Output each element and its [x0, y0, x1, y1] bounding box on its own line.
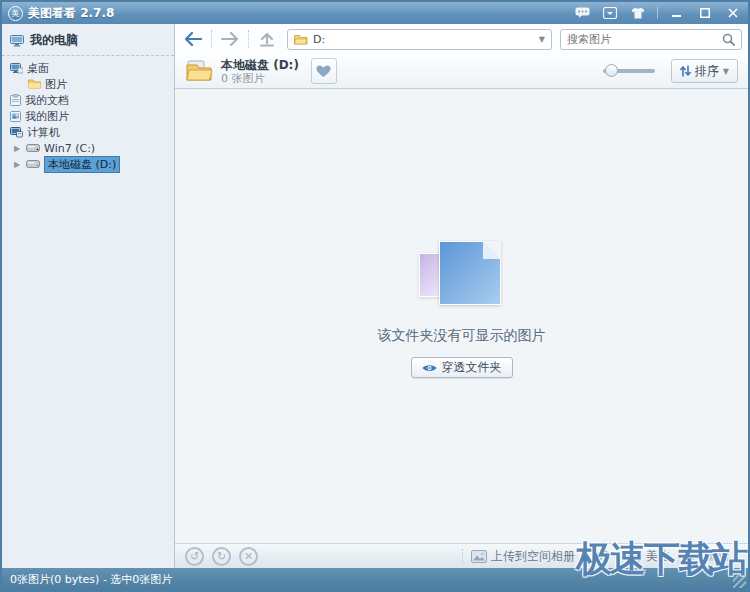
address-path: D: [313, 33, 534, 46]
empty-message: 该文件夹没有可显示的图片 [378, 327, 546, 345]
search-icon[interactable] [722, 33, 735, 46]
folder-icon [28, 79, 41, 89]
menu-dropdown-icon[interactable] [601, 6, 619, 20]
forward-button[interactable] [218, 28, 242, 50]
up-button[interactable] [255, 28, 279, 50]
tree-item-my-documents[interactable]: 我的文档 [2, 92, 174, 108]
sidebar-header: 我的电脑 [2, 24, 174, 56]
skin-icon[interactable] [629, 6, 647, 20]
navigation-toolbar: D: ▼ [175, 24, 748, 54]
search-box[interactable] [560, 29, 742, 50]
drive-icon [26, 144, 40, 152]
beautify-button[interactable]: 美化 [618, 548, 678, 565]
status-text: 0张图片(0 bytes) - 选中0张图片 [10, 572, 172, 587]
delete-button[interactable]: ✕ [239, 547, 258, 566]
document-icon [10, 94, 21, 106]
toolbar-separator [248, 30, 249, 48]
sort-dropdown-icon: ▼ [723, 67, 729, 76]
pierce-folder-label: 穿透文件夹 [442, 359, 502, 376]
address-bar[interactable]: D: ▼ [287, 29, 552, 50]
share-weibo-button[interactable] [584, 549, 617, 564]
maximize-button[interactable] [696, 6, 714, 20]
window-title: 美图看看 2.7.8 [28, 5, 114, 22]
current-folder-count: 0 张图片 [221, 72, 299, 85]
status-bar: 0张图片(0 bytes) - 选中0张图片 [2, 568, 748, 590]
tree-item-drive-d[interactable]: ▶ 本地磁盘 (D:) [2, 156, 174, 172]
tree-label: 图片 [45, 77, 67, 92]
edit-label: 编辑 [706, 548, 730, 565]
beautify-label: 美化 [646, 548, 670, 565]
action-toolbar: ↺ ↻ ✕ 上传到空间相册 美化 [175, 543, 748, 568]
drive-icon [26, 160, 40, 168]
tree-label: 计算机 [27, 125, 60, 140]
search-input[interactable] [567, 33, 722, 46]
address-dropdown-icon[interactable]: ▼ [539, 35, 545, 44]
empty-pictures-icon [417, 239, 507, 313]
folder-tree: 桌面 图片 我的文档 我的图片 计算机 [2, 56, 174, 172]
slider-knob[interactable] [605, 64, 618, 77]
tree-item-desktop[interactable]: 桌面 [2, 60, 174, 76]
back-button[interactable] [181, 28, 205, 50]
tree-label-selected: 本地磁盘 (D:) [44, 156, 120, 173]
feedback-icon[interactable] [573, 6, 591, 20]
sidebar: 我的电脑 桌面 图片 我的文档 我的图片 [2, 24, 175, 568]
close-button[interactable] [724, 6, 742, 20]
expand-arrow-icon[interactable]: ▶ [14, 144, 22, 153]
sort-label: 排序 [695, 63, 719, 80]
thumbnail-size-slider[interactable] [603, 69, 655, 73]
address-folder-icon [294, 34, 308, 45]
upload-album-icon [471, 550, 487, 563]
title-bar: 美 美图看看 2.7.8 [2, 2, 748, 24]
tree-item-pictures-folder[interactable]: 图片 [2, 76, 174, 92]
sort-button[interactable]: 排序 ▼ [671, 59, 738, 83]
folder-info-bar: 本地磁盘 (D:) 0 张图片 排序 ▼ [175, 54, 748, 89]
tree-label: 我的图片 [25, 109, 69, 124]
pierce-folder-button[interactable]: 穿透文件夹 [411, 357, 513, 378]
sort-icon [680, 65, 691, 77]
app-window: 美 美图看看 2.7.8 [0, 0, 750, 592]
edit-button[interactable]: 编辑 [679, 548, 738, 565]
tree-label: 我的文档 [25, 93, 69, 108]
current-folder-icon [185, 59, 213, 83]
tree-item-my-pictures[interactable]: 我的图片 [2, 108, 174, 124]
eye-icon [422, 363, 437, 373]
beautify-icon [626, 548, 642, 564]
empty-state: 该文件夹没有可显示的图片 穿透文件夹 [378, 239, 546, 378]
my-computer-icon [10, 35, 24, 47]
toolbar-separator [211, 30, 212, 48]
favorite-button[interactable] [311, 58, 337, 84]
upload-album-label: 上传到空间相册 [491, 548, 575, 565]
content-area: 该文件夹没有可显示的图片 穿透文件夹 [175, 89, 748, 543]
weibo-icon [592, 549, 609, 564]
current-folder-name: 本地磁盘 (D:) [221, 58, 299, 72]
edit-icon [687, 549, 702, 564]
upload-album-button[interactable]: 上传到空间相册 [463, 548, 583, 565]
rotate-right-button[interactable]: ↻ [212, 547, 231, 566]
resize-grip[interactable] [733, 575, 746, 588]
picture-icon [10, 110, 21, 122]
expand-arrow-icon[interactable]: ▶ [14, 160, 22, 169]
heart-icon [316, 65, 331, 78]
desktop-icon [10, 63, 23, 74]
tree-label: 桌面 [27, 61, 49, 76]
rotate-left-button[interactable]: ↺ [185, 547, 204, 566]
app-logo-icon: 美 [8, 6, 23, 21]
titlebar-separator [657, 7, 658, 19]
tree-label: Win7 (C:) [44, 142, 95, 155]
computer-icon [10, 127, 23, 138]
main-panel: D: ▼ 本地磁盘 (D:) 0 张图片 [175, 24, 748, 568]
minimize-button[interactable] [668, 6, 686, 20]
tree-item-drive-c[interactable]: ▶ Win7 (C:) [2, 140, 174, 156]
sidebar-header-label: 我的电脑 [30, 32, 78, 49]
tree-item-computer[interactable]: 计算机 [2, 124, 174, 140]
